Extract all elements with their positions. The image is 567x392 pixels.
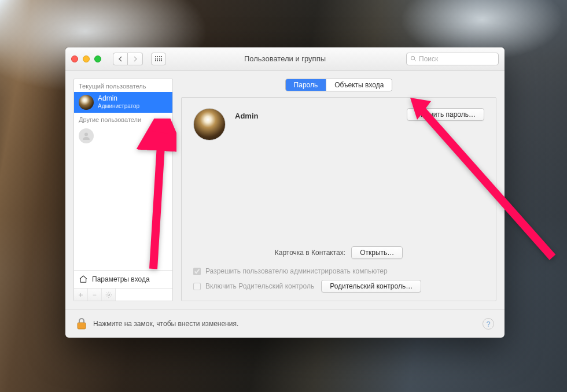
login-options-button[interactable]: Параметры входа	[74, 270, 172, 288]
traffic-lights	[71, 56, 101, 62]
change-password-button[interactable]: Сменить пароль…	[407, 108, 484, 121]
search-icon	[410, 56, 417, 62]
lock-hint-text: Нажмите на замок, чтобы внести изменения…	[93, 320, 238, 328]
grid-icon	[155, 56, 163, 61]
sidebar-user-role: Администратор	[98, 103, 139, 110]
parental-control-row: Включить Родительский контроль Родительс…	[193, 280, 484, 293]
svg-point-2	[84, 133, 88, 136]
allow-admin-row: Разрешить пользователю администрировать …	[193, 267, 484, 275]
sidebar-footer: ＋ －	[74, 288, 172, 301]
password-panel: Admin Сменить пароль… Карточка в Контакт…	[181, 97, 496, 301]
main-user-avatar[interactable]	[193, 108, 226, 140]
house-icon	[79, 275, 88, 284]
show-all-button[interactable]	[151, 53, 166, 65]
svg-line-1	[414, 60, 416, 61]
help-button[interactable]: ?	[483, 318, 494, 330]
content-area: Текущий пользователь Admin Администратор…	[65, 71, 505, 309]
nav-buttons	[113, 53, 143, 65]
login-options-label: Параметры входа	[92, 275, 150, 283]
gear-icon	[105, 291, 112, 298]
remove-user-button[interactable]: －	[88, 289, 102, 301]
forward-button[interactable]	[128, 53, 143, 65]
lock-bar: Нажмите на замок, чтобы внести изменения…	[65, 309, 505, 338]
sidebar-action-menu-button[interactable]	[102, 289, 116, 301]
other-user-name	[98, 132, 100, 140]
contacts-card-row: Карточка в Контактах: Открыть…	[193, 246, 484, 259]
tab-password[interactable]: Пароль	[286, 79, 326, 91]
svg-point-3	[108, 294, 109, 295]
search-field[interactable]: Поиск	[406, 53, 499, 65]
parental-control-checkbox[interactable]	[193, 283, 201, 290]
add-user-button[interactable]: ＋	[74, 289, 88, 301]
svg-rect-4	[78, 323, 86, 329]
sidebar-item-other-user[interactable]	[74, 125, 172, 146]
back-button[interactable]	[113, 53, 128, 65]
contacts-label: Карточка в Контактах:	[275, 249, 345, 257]
close-button[interactable]	[71, 56, 78, 62]
open-parental-controls-button[interactable]: Родительский контроль…	[321, 280, 421, 293]
sidebar-user-name: Admin	[98, 95, 139, 103]
main-panel: Пароль Объекты входа Admin Сменить парол…	[181, 79, 496, 301]
blank-avatar-icon	[79, 128, 94, 143]
open-contacts-button[interactable]: Открыть…	[351, 246, 403, 259]
current-user-section-label: Текущий пользователь	[74, 79, 172, 92]
parental-control-label: Включить Родительский контроль	[205, 282, 314, 290]
allow-admin-label: Разрешить пользователю администрировать …	[205, 267, 388, 275]
lock-icon[interactable]	[76, 317, 87, 331]
zoom-button[interactable]	[94, 56, 101, 62]
tab-bar: Пароль Объекты входа	[181, 79, 496, 91]
search-placeholder: Поиск	[419, 55, 438, 63]
allow-admin-checkbox[interactable]	[193, 268, 201, 275]
tab-login-items[interactable]: Объекты входа	[326, 79, 392, 91]
sidebar-item-current-user[interactable]: Admin Администратор	[74, 92, 172, 113]
titlebar: Пользователи и группы Поиск	[65, 47, 505, 71]
users-sidebar: Текущий пользователь Admin Администратор…	[73, 79, 173, 301]
svg-point-0	[411, 56, 414, 60]
other-users-section-label: Другие пользователи	[74, 113, 172, 125]
main-user-name: Admin	[235, 112, 258, 120]
minimize-button[interactable]	[83, 56, 90, 62]
system-preferences-window: Пользователи и группы Поиск Текущий поль…	[65, 47, 505, 338]
user-avatar-icon	[79, 95, 94, 110]
